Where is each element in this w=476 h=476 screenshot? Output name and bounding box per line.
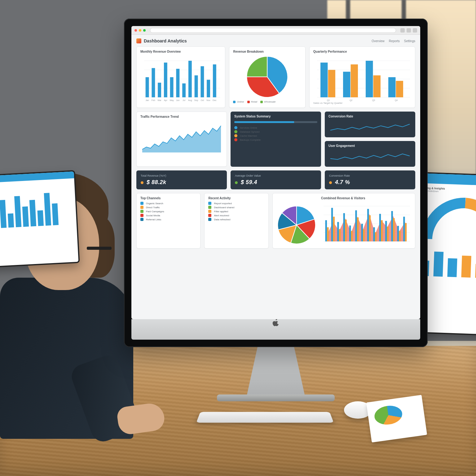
svg-rect-83 [339, 229, 341, 241]
list-item: Paid Campaigns [140, 210, 196, 213]
window-maximize-icon[interactable] [143, 29, 146, 32]
svg-text:Nov: Nov [206, 99, 210, 101]
card-title: Quarterly Performance [313, 50, 411, 53]
card-title: Conversion Rate [328, 115, 412, 118]
card-pie1[interactable]: Revenue Breakdown Online Retail Wholesal… [229, 46, 305, 108]
svg-rect-57 [396, 81, 403, 97]
svg-text:May: May [170, 99, 174, 102]
svg-rect-85 [351, 231, 353, 241]
svg-text:Q1: Q1 [327, 99, 330, 102]
svg-rect-77 [385, 221, 387, 241]
svg-rect-90 [381, 220, 382, 241]
svg-rect-9 [52, 203, 59, 225]
svg-rect-6 [29, 200, 36, 227]
status-item: Cache Warmed [234, 134, 317, 137]
kpi-title: Average Order Value [235, 174, 317, 177]
toolbar-icon[interactable] [400, 28, 405, 33]
dashboard: Dashboard Analytics Overview Reports Set… [131, 35, 420, 252]
card-combo[interactable]: Combined Revenue & Visitors [272, 193, 415, 249]
list-item: Data refreshed [208, 218, 264, 221]
list-item: Alert resolved [208, 214, 264, 217]
card-spark2[interactable]: User Engagement [325, 141, 415, 167]
area-chart-icon [140, 120, 223, 154]
status-item: Backups Complete [234, 138, 317, 141]
svg-text:Jun: Jun [176, 99, 179, 101]
svg-text:Dec: Dec [213, 99, 217, 101]
svg-rect-75 [373, 227, 375, 241]
card-area[interactable]: Traffic Performance Trend [136, 112, 227, 167]
svg-rect-54 [328, 70, 335, 98]
card-bar2[interactable]: Quarterly Performance Q1Q2Q3Q4 Sales vs … [309, 46, 415, 108]
bar-chart-icon: JanFebMarAprMayJunJulAugSepOctNovDec [140, 55, 221, 102]
svg-rect-5 [22, 206, 29, 227]
svg-rect-86 [357, 217, 359, 241]
browser-toolbar [131, 26, 420, 35]
svg-rect-8 [44, 193, 51, 226]
svg-text:Aug: Aug [188, 99, 192, 102]
svg-rect-12 [447, 258, 457, 277]
nav-link[interactable]: Overview [372, 39, 385, 43]
sparkline-icon [328, 120, 412, 134]
svg-rect-80 [403, 217, 405, 241]
svg-rect-79 [397, 226, 399, 241]
kpi-value: $ 59.4 [241, 179, 257, 185]
list-item: Report exported [208, 202, 264, 205]
svg-rect-21 [146, 77, 149, 97]
card-title: System Status Summary [234, 115, 317, 118]
kpi-title: Conversion Rate [329, 174, 411, 177]
svg-rect-68 [331, 208, 333, 241]
card-title: User Engagement [328, 144, 412, 148]
legend-item: Retail [251, 100, 257, 103]
svg-rect-71 [349, 226, 351, 241]
sparkline-icon [328, 149, 412, 164]
svg-rect-84 [345, 219, 346, 241]
card-bar1[interactable]: Monthly Revenue Overview JanFebMarAprMay… [136, 46, 225, 108]
svg-rect-88 [369, 215, 371, 241]
window-close-icon[interactable] [134, 29, 137, 32]
address-bar[interactable] [150, 28, 396, 33]
svg-rect-13 [461, 256, 471, 278]
apple-logo-icon [271, 318, 280, 327]
svg-text:Jan: Jan [145, 99, 149, 101]
svg-text:Feb: Feb [152, 99, 155, 101]
legend-item: Online [237, 100, 244, 103]
list-item: Organic Search [140, 202, 196, 205]
svg-rect-50 [320, 63, 328, 97]
window-minimize-icon[interactable] [139, 29, 141, 32]
svg-rect-2 [0, 200, 7, 228]
svg-rect-67 [325, 220, 327, 241]
keyboard [196, 412, 334, 422]
svg-rect-73 [361, 224, 363, 241]
card-list2[interactable]: Recent Activity Report exported Dashboar… [204, 193, 268, 249]
svg-rect-87 [363, 229, 364, 241]
nav-link[interactable]: Reports [389, 39, 400, 43]
card-spark1[interactable]: Conversion Rate [325, 112, 415, 137]
toolbar-icon[interactable] [413, 28, 417, 33]
svg-rect-32 [213, 64, 216, 97]
nav-link[interactable]: Settings [404, 39, 415, 43]
svg-text:Sep: Sep [194, 99, 198, 102]
secondary-monitor-left: Performance Summary [0, 170, 80, 270]
kpi-title: Total Revenue (YoY) [141, 174, 223, 177]
svg-rect-3 [8, 214, 14, 228]
card-title: Recent Activity [208, 196, 264, 200]
svg-text:Jul: Jul [183, 99, 185, 101]
grouped-bar-chart-icon: Q1Q2Q3Q4 [313, 55, 411, 102]
card-list1[interactable]: Top Channels Organic Search Direct Traff… [136, 193, 201, 249]
kpi-card[interactable]: Conversion Rate 4.7 % [325, 170, 415, 189]
pie-chart-icon [276, 205, 317, 245]
screen-content: Dashboard Analytics Overview Reports Set… [131, 26, 420, 319]
svg-rect-27 [182, 83, 186, 97]
svg-rect-82 [333, 217, 335, 241]
list-item: Dashboard shared [208, 206, 264, 209]
legend-item: Wholesale [264, 100, 275, 103]
svg-rect-30 [201, 66, 204, 97]
svg-rect-22 [152, 68, 155, 97]
kpi-card[interactable]: Average Order Value $ 59.4 [231, 170, 321, 189]
card-status[interactable]: System Status Summary Services Online Da… [231, 112, 321, 167]
kpi-card[interactable]: Total Revenue (YoY) $ 88.2k [136, 170, 227, 189]
svg-rect-52 [366, 61, 373, 97]
status-item: Services Online [234, 126, 317, 129]
svg-rect-26 [176, 69, 179, 97]
toolbar-icon[interactable] [407, 28, 411, 33]
